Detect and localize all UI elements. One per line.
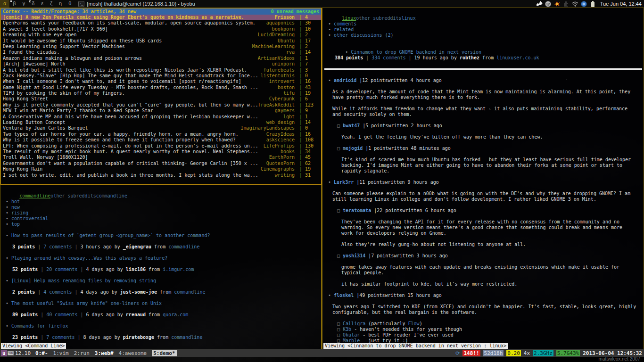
article-subreddit[interactable]: listentothis: [261, 73, 299, 79]
app-link[interactable]: Marble: [343, 338, 360, 343]
post-title-link[interactable]: Playing around with cowsay...Was this al…: [11, 255, 167, 261]
article-row[interactable]: Hong Kong RainCinemagraphs| 19: [1, 166, 321, 172]
tag-ε[interactable]: ε: [38, 0, 47, 8]
article-row[interactable]: The result of my most epic book hunt. A …: [1, 149, 321, 155]
article-subreddit[interactable]: web_design: [266, 120, 299, 125]
post-title-link[interactable]: Commands for firefox: [11, 323, 68, 329]
comment-author[interactable]: yoshi314: [343, 253, 365, 258]
article-subreddit[interactable]: Cyberpunk: [269, 96, 299, 102]
article-row[interactable]: Game Night at Good Life every Tuesday - …: [1, 85, 321, 90]
tag-ζ[interactable]: ζ: [47, 0, 56, 8]
terminal-icon[interactable]: ›_: [78, 1, 84, 7]
nav-link[interactable]: hot: [11, 199, 20, 204]
post-comments-link[interactable]: 20 comments: [46, 267, 77, 272]
post-domain-link[interactable]: commandline: [171, 335, 202, 340]
linux-comments-pane[interactable]: linuxother subredditslinux • comments• r…: [322, 8, 644, 349]
article-subreddit[interactable]: boston: [278, 85, 299, 90]
article-row[interactable]: It would be awesome if Ubuntu shipped on…: [1, 38, 321, 44]
article-subreddit[interactable]: LifeProTips: [264, 143, 299, 149]
post-title-link[interactable]: The most useful "Swiss army knife" one-l…: [11, 301, 162, 306]
article-subreddit[interactable]: ArtisanVideos: [258, 56, 299, 61]
spotify-icon[interactable]: [545, 0, 552, 7]
article-subreddit[interactable]: unixporn: [272, 61, 299, 67]
article-row[interactable]: TIFU by cooking the skin off of my finge…: [1, 90, 321, 96]
article-subreddit[interactable]: lgbt: [283, 114, 299, 120]
other-subreddits-link[interactable]: other subreddits: [356, 16, 401, 21]
article-subreddit[interactable]: Cinemagraphs: [261, 166, 299, 172]
nav-link[interactable]: comments: [334, 21, 356, 26]
tmux-window-5[interactable]: 5:demo*: [152, 350, 176, 356]
app-link[interactable]: K3b: [343, 327, 351, 332]
article-subreddit[interactable]: aquaponics: [266, 20, 299, 26]
post-title-link[interactable]: Cinnamon to drop GNOME backend in next v…: [351, 49, 481, 55]
comment-author[interactable]: bwat47: [343, 123, 360, 128]
article-row[interactable]: A Conservative MP and his wife have been…: [1, 114, 321, 120]
article-subreddit[interactable]: MachineLearning: [252, 44, 299, 49]
article-row[interactable]: OpenFarms wants your feedback on its sma…: [1, 20, 321, 26]
article-subreddit[interactable]: bookporn: [272, 26, 299, 32]
comment-author[interactable]: Lurk3rr: [334, 180, 354, 185]
puzzle-icon[interactable]: [563, 0, 570, 7]
post-author[interactable]: linc186: [126, 267, 146, 272]
nav-link[interactable]: rising: [11, 210, 28, 215]
comment-author[interactable]: mejogid: [343, 146, 363, 151]
article-row[interactable]: Loading Button Conceptweb_design| 14: [1, 120, 321, 125]
tmux-window-0[interactable]: 0:#-: [35, 350, 48, 356]
article-subreddit[interactable]: CrazyIdeas: [266, 132, 299, 137]
post-author[interactable]: _eigengrau: [123, 244, 151, 249]
burst-icon[interactable]: [554, 0, 561, 7]
tmux-window-2[interactable]: 2:run: [74, 350, 90, 356]
app-link[interactable]: Okular: [343, 332, 360, 337]
article-row[interactable]: MFW I win at Mario Party 7 thanks to a R…: [1, 108, 321, 114]
article-row[interactable]: Dreaming with one eye openLucidDreaming|…: [1, 32, 321, 38]
nav-link[interactable]: related: [334, 27, 354, 32]
article-row[interactable]: LPT: When composing a professional e-mai…: [1, 143, 321, 149]
post-comments-link[interactable]: 7 comments: [46, 335, 74, 340]
article-row[interactable]: I found the cicadas.rva| 14: [1, 49, 321, 55]
tag-δ[interactable]: δ: [28, 0, 38, 8]
post-domain-link[interactable]: linuxuser.co.uk: [496, 55, 539, 60]
post-title-link[interactable]: [Linux] Help mass renaming files by remo…: [11, 278, 156, 283]
wifi-icon[interactable]: [572, 0, 578, 7]
article-subreddit[interactable]: books: [281, 149, 299, 155]
article-row[interactable]: Why is it possible to freeze semen and t…: [1, 137, 321, 143]
article-subreddit[interactable]: futurebeats: [264, 67, 299, 73]
tag-η[interactable]: η: [56, 0, 65, 8]
status-circle-icon[interactable]: [581, 0, 587, 7]
article-subreddit[interactable]: gaymers: [275, 108, 299, 114]
subreddit-link[interactable]: linux: [402, 16, 416, 21]
article-subreddit[interactable]: ImaginaryLandscapes: [241, 125, 299, 131]
commandline-subreddit-pane[interactable]: commandlineother subredditscommandline •…: [0, 185, 322, 349]
post-domain-link[interactable]: commandline: [174, 289, 205, 295]
post-comments-link[interactable]: 4 comments: [43, 289, 72, 295]
post-domain-link[interactable]: quora.com: [163, 312, 188, 317]
nav-link[interactable]: new: [11, 205, 20, 210]
article-subreddit[interactable]: Frisson: [275, 15, 299, 20]
article-subreddit[interactable]: Ubuntu: [278, 38, 299, 44]
article-subreddit[interactable]: writing: [275, 173, 299, 178]
nav-link[interactable]: controversial: [11, 216, 48, 221]
article-row[interactable]: I set out to write, edit, and publish a …: [1, 173, 321, 178]
post-author[interactable]: pirateboxge: [123, 335, 154, 340]
firefox-icon[interactable]: [536, 0, 543, 7]
nav-link[interactable]: other discussions (2): [334, 33, 393, 38]
article-row[interactable]: Why is it pretty commonly accepted that …: [1, 102, 321, 108]
cortex-frontpage-pane[interactable]: Cortex -- Reddit/Frontpage: 34 articles,…: [0, 8, 322, 185]
battery-icon[interactable]: [590, 0, 596, 7]
article-subreddit[interactable]: LucidDreaming: [258, 32, 299, 38]
article-row[interactable]: Amazon indians making a blowgun and pois…: [1, 56, 321, 61]
post-domain-link[interactable]: i.imgur.com: [163, 267, 194, 272]
article-row[interactable]: Troll Wall, Norway [1680X1120]EarthPorn|…: [1, 155, 321, 160]
app-link[interactable]: Flow: [408, 321, 420, 326]
comment-author[interactable]: floskel: [334, 293, 354, 298]
nav-link[interactable]: top: [11, 222, 20, 227]
article-subreddit[interactable]: introvert: [269, 79, 299, 84]
tmux-window-3[interactable]: 3:web#: [95, 350, 114, 356]
article-row[interactable]: A sweet 3 level bookshelf.[717 X 960]boo…: [1, 26, 321, 32]
article-row[interactable]: Zack Hemsey-"Slave" [Hip Hop] The same g…: [1, 73, 321, 79]
subreddit-title[interactable]: linux: [342, 16, 356, 21]
article-row[interactable]: Ventura by Juan Carlos BarquetImaginaryL…: [1, 125, 321, 131]
article-subreddit[interactable]: rva: [286, 49, 299, 55]
tag-β[interactable]: β: [9, 0, 19, 8]
article-subreddit[interactable]: TrueAskReddit: [258, 102, 299, 108]
